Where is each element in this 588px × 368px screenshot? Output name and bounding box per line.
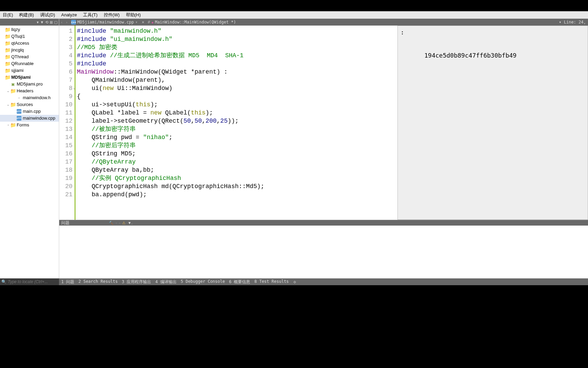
sidebar-toolbar: ▾ ▼ ⟲ ⊞ ▢ [0,19,59,26]
tree-item-llqzy[interactable]: 📁llqzy [0,26,59,33]
filter-dropdown-icon[interactable]: ▼. [128,221,132,225]
menu-help[interactable]: 帮助(H) [123,11,144,19]
tree-item-MD5jiami-pro[interactable]: ▣MD5jiami.pro [0,81,59,88]
tree-item-label: QTsql1 [11,33,25,40]
tree-item-label: mainwindow.cpp [23,115,55,121]
folder-icon: 📁 [5,61,10,66]
tree-item-label: llqzy [11,27,20,33]
editor-tabbar: ‹ › c++ MD5jiami/mainwindow.cpp ▾ × # ◆ … [59,19,588,26]
output-selector-icon[interactable]: ◇ [291,279,296,284]
header-file-icon: ▫ [16,95,22,101]
nav-fwd-icon[interactable]: › [64,20,69,25]
issues-panel: 问题 🔨 ‹ › ⚠ ▼. [59,220,588,285]
pro-file-icon: ▣ [10,81,16,87]
filter-icon[interactable]: ▾ [37,20,39,25]
tree-item-QRunnable[interactable]: 📁QRunnable [0,60,59,67]
app-titlebar[interactable]: : [401,29,585,31]
status-tab-2[interactable]: 3 应用程序输出 [120,279,153,285]
tree-item-Headers[interactable]: ⌄📁Headers [0,88,59,94]
status-tab-0[interactable]: 1 问题 [59,279,76,285]
tree-item-label: MD5jiami.pro [17,81,43,87]
statusbar: 🔍 1 问题2 Search Results3 应用程序输出4 编译输出5 De… [0,278,588,285]
tree-item-label: jincglq [11,47,24,53]
menubar: 目(E) 构建(B) 调试(D) Analyze 工具(T) 控件(W) 帮助(… [0,11,588,19]
editor-area: ‹ › c++ MD5jiami/mainwindow.cpp ▾ × # ◆ … [59,19,588,285]
folder-icon: 📁 [5,41,10,46]
black-band-bottom [0,285,588,368]
folder-icon: 📁 [10,122,16,128]
link-icon[interactable]: ⟲ [45,20,48,25]
status-tab-1[interactable]: 2 Search Results [76,279,120,285]
tree-item-jincglq[interactable]: 📁jincglq [0,47,59,53]
tree-item-label: Headers [17,88,33,94]
tab-filepath-text: MD5jiami/mainwindow.cpp [77,20,134,25]
cpp-file-icon: c++ [71,20,76,25]
editor-tab[interactable]: c++ MD5jiami/mainwindow.cpp ▾ [69,20,140,25]
menu-analyze[interactable]: Analyze [59,12,80,18]
folder-icon: 📁 [5,34,10,39]
dropdown-icon[interactable]: ▾ [135,20,137,25]
prev-icon[interactable]: ‹ [116,221,117,225]
locator[interactable]: 🔍 [0,278,59,285]
menu-debug[interactable]: 调试(D) [37,11,58,19]
status-tab-6[interactable]: 8 Test Results [252,279,291,285]
issues-panel-header: 问题 🔨 ‹ › ⚠ ▼. [59,220,588,226]
line-gutter: 12345678⌄9101112131415161718192021 [59,26,76,220]
nav-back-icon[interactable]: ‹ [59,20,64,25]
tree-item-label: qtAccess [11,40,29,46]
tree-item-QTsql1[interactable]: 📁QTsql1 [0,33,59,40]
tree-item-QThread[interactable]: 📁QThread [0,53,59,60]
tree-item-label: mainwindow.h [23,95,51,101]
cursor-position: ▾ Line: 24, [559,20,588,25]
split-icon[interactable]: ⊞ [50,20,53,25]
issues-panel-title: 问题 [61,220,69,226]
project-sidebar: ▾ ▼ ⟲ ⊞ ▢ 📁llqzy📁QTsql1📁qtAccess📁jincglq… [0,19,59,285]
tree-item-sjjiami[interactable]: 📁sjjiami [0,67,59,74]
menu-tools[interactable]: 工具(T) [80,11,100,19]
folder-icon: 📁 [5,47,10,53]
folder-icon: 📁 [5,54,10,60]
folder-icon: 📁 [10,88,16,94]
folder-icon: 📁 [5,68,10,73]
breadcrumb-method[interactable]: MainWindow::MainWindow(QWidget *) [153,20,236,25]
tree-item-label: sjjiami [11,67,23,74]
folder-icon: 📁 [5,75,10,80]
tree-item-Forms[interactable]: ›📁Forms [0,122,59,128]
locator-input[interactable] [8,279,55,284]
menu-widgets[interactable]: 控件(W) [101,11,122,19]
tree-item-label: Sources [17,102,33,108]
status-tab-5[interactable]: 6 概要信息 [227,279,252,285]
status-tab-4[interactable]: 5 Debugger Console [179,279,227,285]
menu-build[interactable]: 构建(B) [16,11,36,19]
clear-icon[interactable]: 🔨 [109,221,114,225]
menu-edit[interactable]: 目(E) [0,11,16,19]
status-tab-3[interactable]: 4 编译输出 [153,279,179,285]
cpp-icon: c++ [16,116,22,121]
running-app-window[interactable]: : 194ce5d0b89c47ff6b30bfb49 [397,26,588,220]
tree-item-main-cpp[interactable]: c++main.cpp [0,108,59,115]
funnel-icon[interactable]: ▼ [40,20,44,24]
tree-item-label: MD5jiami [11,74,31,80]
project-tree[interactable]: 📁llqzy📁QTsql1📁qtAccess📁jincglq📁QThread📁Q… [0,26,59,285]
tree-item-label: main.cpp [23,108,41,114]
separator: # [146,20,151,25]
issues-list[interactable] [59,226,588,285]
tree-item-MD5jiami[interactable]: 📁MD5jiami [0,74,59,81]
next-icon[interactable]: › [119,221,120,225]
tree-item-mainwindow-h[interactable]: ▫mainwindow.h [0,94,59,101]
code-editor[interactable]: 12345678⌄9101112131415161718192021 #incl… [59,26,397,220]
tree-item-label: Forms [17,122,29,128]
code-content[interactable]: #include "mainwindow.h" #include "ui_mai… [76,26,397,220]
tree-item-mainwindow-cpp[interactable]: c++mainwindow.cpp [0,115,59,122]
folder-icon: 📁 [5,27,10,32]
tree-item-label: QRunnable [11,61,34,67]
tree-item-qtAccess[interactable]: 📁qtAccess [0,40,59,47]
tree-item-Sources[interactable]: ⌄📁Sources [0,101,59,108]
black-band-top [0,0,588,11]
search-icon: 🔍 [1,279,6,284]
warning-filter-icon[interactable]: ⚠ [122,221,126,225]
tree-item-label: QThread [11,54,29,60]
tab-close-icon[interactable]: × [140,20,146,25]
md5-output-label: 194ce5d0b89c47ff6b30bfb49 [424,52,517,59]
close-panel-icon[interactable]: ▢ [54,20,58,25]
